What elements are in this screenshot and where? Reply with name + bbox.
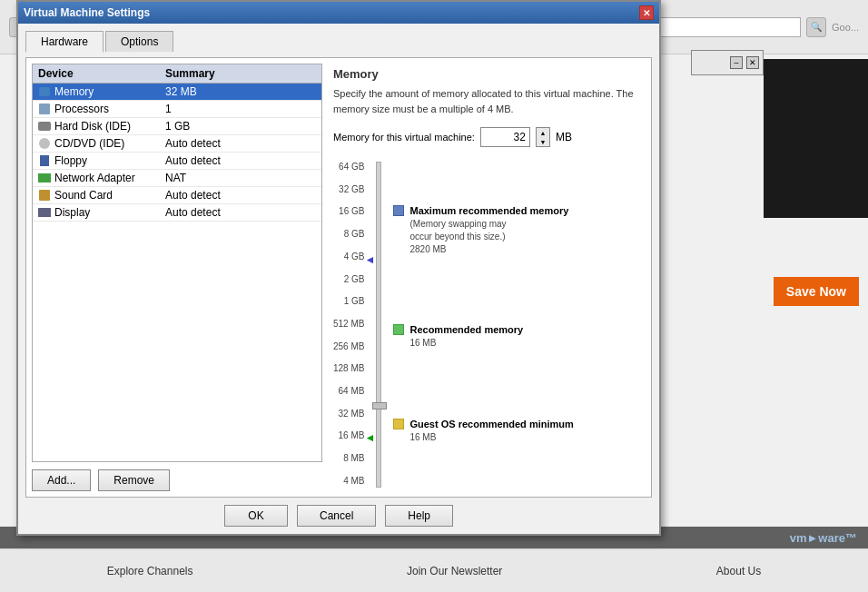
label-8mb: 8 MB — [333, 453, 364, 463]
device-summary-memory: 32 MB — [165, 85, 316, 98]
slider-labels: 64 GB 32 GB 16 GB 8 GB 4 GB 2 GB 1 GB 51… — [333, 162, 364, 488]
label-8gb: 8 GB — [333, 229, 364, 239]
label-32mb: 32 MB — [333, 409, 364, 419]
recommended-arrow: ◄ — [364, 431, 375, 444]
device-name-display: Display — [54, 206, 90, 219]
label-4mb: 4 MB — [333, 476, 364, 486]
memory-slider-track[interactable]: ◄ ◄ — [376, 162, 381, 488]
legend-recommended-sub: 16 MB — [409, 337, 642, 350]
memory-unit: MB — [556, 131, 572, 143]
max-recommended-arrow: ◄ — [364, 253, 375, 266]
memory-description: Specify the amount of memory allocated t… — [333, 86, 642, 116]
tabs-container: Hardware Options — [25, 31, 652, 52]
memory-slider-area: 64 GB 32 GB 16 GB 8 GB 4 GB 2 GB 1 GB 51… — [333, 162, 642, 488]
dialog-close-button[interactable]: ✕ — [639, 5, 654, 20]
device-panel: Device Summary Memory 32 MB — [32, 64, 322, 491]
device-row-sound[interactable]: Sound Card Auto detect — [33, 187, 321, 204]
about-us-link[interactable]: About Us — [716, 565, 761, 577]
legend-max-recommended: Maximum recommended memory (Memory swapp… — [393, 205, 642, 256]
device-row-network[interactable]: Network Adapter NAT — [33, 170, 321, 187]
ok-button[interactable]: OK — [224, 505, 288, 527]
device-summary-cdrom: Auto detect — [165, 137, 316, 150]
memory-input-label: Memory for this virtual machine: — [333, 132, 475, 143]
save-now-button[interactable]: Save Now — [774, 277, 859, 306]
legend-max-label: Maximum recommended memory — [409, 205, 568, 216]
device-summary-hdd: 1 GB — [165, 120, 316, 133]
network-icon — [38, 172, 51, 184]
memory-spinner: ▲ ▼ — [536, 127, 550, 147]
device-name-network: Network Adapter — [54, 172, 135, 184]
label-16mb: 16 MB — [333, 430, 364, 440]
screen-preview — [764, 59, 868, 218]
label-64mb: 64 MB — [333, 386, 364, 396]
device-summary-floppy: Auto detect — [165, 154, 316, 167]
device-name-processors: Processors — [54, 103, 109, 115]
sound-icon — [38, 189, 51, 202]
legend-recommended-label: Recommended memory — [409, 324, 523, 335]
label-2gb: 2 GB — [333, 274, 364, 284]
cdrom-icon — [38, 137, 51, 150]
device-summary-processors: 1 — [165, 103, 316, 115]
label-4gb: 4 GB — [333, 252, 364, 261]
vm-settings-dialog: Virtual Machine Settings ✕ Hardware Opti… — [16, 0, 661, 536]
spinner-down[interactable]: ▼ — [537, 137, 549, 146]
slider-track-container: ◄ ◄ — [370, 162, 388, 488]
label-32gb: 32 GB — [333, 184, 364, 194]
add-button[interactable]: Add... — [32, 469, 91, 491]
minimize-button[interactable]: – — [730, 56, 743, 69]
device-row-processors[interactable]: Processors 1 — [33, 101, 321, 118]
device-name-sound: Sound Card — [54, 189, 113, 202]
device-table: Device Summary Memory 32 MB — [32, 64, 322, 462]
device-table-header: Device Summary — [33, 64, 321, 84]
col-device-header: Device — [38, 67, 165, 80]
newsletter-link[interactable]: Join Our Newsletter — [407, 565, 502, 577]
legend-guest-min: Guest OS recommended minimum 16 MB — [393, 419, 642, 444]
memory-value-input[interactable] — [480, 127, 530, 147]
device-row-cdrom[interactable]: CD/DVD (IDE) Auto detect — [33, 135, 321, 153]
device-summary-sound: Auto detect — [165, 189, 316, 202]
remove-button[interactable]: Remove — [98, 469, 170, 491]
memory-title: Memory — [333, 67, 642, 81]
legend-max-sub: (Memory swapping mayoccur beyond this si… — [409, 218, 642, 256]
explore-channels-link[interactable]: Explore Channels — [107, 565, 193, 577]
label-256mb: 256 MB — [333, 341, 364, 351]
legend-dot-yellow — [393, 419, 404, 429]
legend-guest-label: Guest OS recommended minimum — [409, 419, 573, 429]
device-summary-network: NAT — [165, 172, 316, 184]
device-name-floppy: Floppy — [54, 154, 87, 167]
device-name-memory: Memory — [54, 85, 94, 98]
legend-area: Maximum recommended memory (Memory swapp… — [393, 162, 642, 488]
device-name-cdrom: CD/DVD (IDE) — [54, 137, 124, 150]
memory-input-row: Memory for this virtual machine: ▲ ▼ MB — [333, 127, 642, 147]
dialog-title: Virtual Machine Settings — [24, 6, 150, 19]
dialog-footer: OK Cancel Help — [25, 505, 652, 527]
tab-options[interactable]: Options — [105, 31, 173, 52]
device-name-hdd: Hard Disk (IDE) — [54, 120, 131, 133]
legend-guest-sub: 16 MB — [409, 431, 642, 444]
cpu-icon — [38, 103, 51, 115]
close-button-mini[interactable]: ✕ — [746, 56, 759, 69]
dialog-body: Hardware Options Device Summary — [18, 24, 659, 534]
device-row-memory[interactable]: Memory 32 MB — [33, 84, 321, 101]
site-footer: Explore Channels Join Our Newsletter Abo… — [0, 548, 868, 592]
spinner-up[interactable]: ▲ — [537, 128, 549, 137]
label-512mb: 512 MB — [333, 319, 364, 329]
dialog-titlebar: Virtual Machine Settings ✕ — [18, 2, 659, 24]
cancel-button[interactable]: Cancel — [297, 505, 376, 527]
help-button[interactable]: Help — [385, 505, 453, 527]
device-row-display[interactable]: Display Auto detect — [33, 204, 321, 222]
slider-thumb[interactable] — [372, 402, 387, 409]
device-summary-display: Auto detect — [165, 206, 316, 219]
device-row-floppy[interactable]: Floppy Auto detect — [33, 153, 321, 170]
label-128mb: 128 MB — [333, 363, 364, 373]
display-icon — [38, 206, 51, 219]
memory-icon — [38, 85, 51, 98]
search-button[interactable]: 🔍 — [806, 17, 826, 37]
vmware-logo: vm►ware™ — [790, 531, 857, 545]
label-1gb: 1 GB — [333, 296, 364, 306]
floppy-icon — [38, 154, 51, 167]
hdd-icon — [38, 120, 51, 133]
device-row-hdd[interactable]: Hard Disk (IDE) 1 GB — [33, 118, 321, 135]
tab-hardware[interactable]: Hardware — [25, 31, 104, 53]
label-16gb: 16 GB — [333, 206, 364, 216]
